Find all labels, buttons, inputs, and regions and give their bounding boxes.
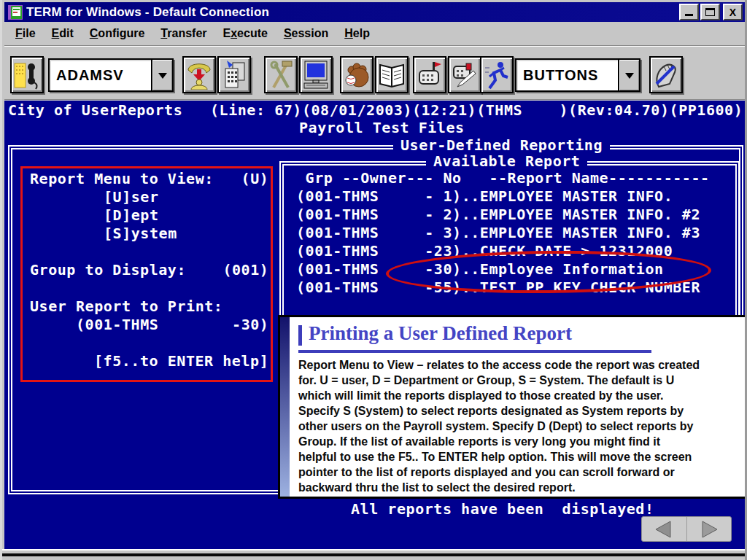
session-combobox-arrow[interactable] bbox=[151, 60, 172, 90]
report-row: (001-THMS - 1)..EMPLOYEE MASTER INFO. bbox=[296, 187, 710, 206]
mail-receive-button[interactable] bbox=[413, 56, 446, 93]
chevron-down-icon bbox=[158, 73, 167, 83]
menu-item-help[interactable]: Help bbox=[336, 23, 378, 44]
buttons-combobox-value: BUTTONS bbox=[516, 60, 618, 90]
mail-send-icon bbox=[452, 61, 478, 90]
arrow-right-icon bbox=[698, 520, 720, 539]
note-gradient-bar bbox=[280, 317, 290, 497]
note-title: Printing a User Defined Report bbox=[309, 322, 572, 345]
minimize-button[interactable] bbox=[679, 4, 699, 20]
report-table-header: Grp --Owner--- No --Report Name---------… bbox=[296, 169, 710, 187]
buttons-combobox[interactable]: BUTTONS bbox=[515, 58, 640, 92]
edit-buttons-button[interactable] bbox=[649, 56, 683, 93]
log-book-icon bbox=[379, 61, 405, 90]
edit-buttons-pen-icon bbox=[653, 61, 679, 90]
menu-item-file[interactable]: File bbox=[7, 23, 44, 44]
run-script-button[interactable] bbox=[480, 56, 514, 93]
run-script-icon bbox=[484, 61, 510, 90]
annotation-note-box: Printing a User Defined Report Report Me… bbox=[278, 315, 747, 499]
capture-glove-icon bbox=[344, 61, 370, 90]
note-title-rule bbox=[298, 350, 651, 353]
session-combobox-value: ADAMSV bbox=[50, 60, 151, 90]
session-combobox[interactable]: ADAMSV bbox=[48, 58, 174, 92]
app-icon[interactable] bbox=[8, 5, 23, 20]
window-title: TERM for Windows - Default Connection bbox=[26, 5, 678, 20]
connect-phone-icon bbox=[14, 61, 40, 90]
maximize-icon bbox=[705, 8, 715, 16]
maximize-button[interactable] bbox=[700, 4, 720, 20]
annotation-red-box bbox=[20, 166, 273, 382]
menu-item-edit[interactable]: Edit bbox=[44, 23, 82, 44]
dial-keypad-button[interactable] bbox=[217, 56, 251, 93]
chevron-down-icon bbox=[625, 73, 634, 83]
arrow-left-icon bbox=[653, 520, 675, 539]
terminal-monitor-button[interactable] bbox=[299, 56, 333, 93]
setup-tools-icon bbox=[268, 61, 294, 90]
toolbar: ADAMSV bbox=[4, 47, 745, 100]
terminal-header-line: City of UserReports (Line: 67)(08/01/200… bbox=[8, 101, 743, 120]
note-title-tick bbox=[298, 325, 302, 346]
previous-button[interactable] bbox=[642, 517, 687, 541]
mail-send-button[interactable] bbox=[448, 56, 481, 93]
menu-bar: FileEditConfigureTransferExecuteSessionH… bbox=[4, 22, 745, 46]
dial-keypad-icon bbox=[221, 61, 247, 90]
menu-item-configure[interactable]: Configure bbox=[82, 23, 153, 44]
term-window: { "window": { "title": "TERM for Windows… bbox=[0, 0, 747, 560]
setup-tools-button[interactable] bbox=[264, 56, 298, 93]
close-button[interactable]: X bbox=[723, 4, 743, 20]
menu-item-execute[interactable]: Execute bbox=[215, 23, 276, 44]
nav-arrows-panel bbox=[641, 516, 732, 542]
frame-shadow-line bbox=[2, 553, 747, 556]
menu-item-session[interactable]: Session bbox=[276, 23, 336, 44]
report-row: (001-THMS - 3)..EMPLOYEE MASTER INFO. #3 bbox=[296, 224, 710, 242]
hangup-phone-icon bbox=[186, 61, 212, 90]
report-box-title: Available Report bbox=[426, 152, 587, 171]
mail-receive-icon bbox=[417, 61, 443, 90]
status-message: All reports have been displayed! bbox=[351, 500, 654, 518]
capture-glove-button[interactable] bbox=[340, 56, 374, 93]
log-book-button[interactable] bbox=[375, 56, 409, 93]
connect-phone-button[interactable] bbox=[10, 56, 44, 93]
next-button[interactable] bbox=[687, 517, 732, 541]
report-row: (001-THMS - 2)..EMPLOYEE MASTER INFO. #2 bbox=[296, 206, 710, 224]
buttons-combobox-arrow[interactable] bbox=[618, 60, 639, 90]
note-body: Report Menu to View – relates to the acc… bbox=[298, 357, 740, 495]
hangup-phone-button[interactable] bbox=[182, 56, 216, 93]
title-bar[interactable]: TERM for Windows - Default Connection X bbox=[4, 2, 745, 22]
window-bottom-frame bbox=[2, 549, 747, 560]
terminal-subtitle: Payroll Test Files bbox=[299, 119, 465, 137]
terminal-monitor-icon bbox=[303, 61, 329, 90]
minimize-icon bbox=[685, 14, 693, 16]
menu-item-transfer[interactable]: Transfer bbox=[152, 23, 214, 44]
